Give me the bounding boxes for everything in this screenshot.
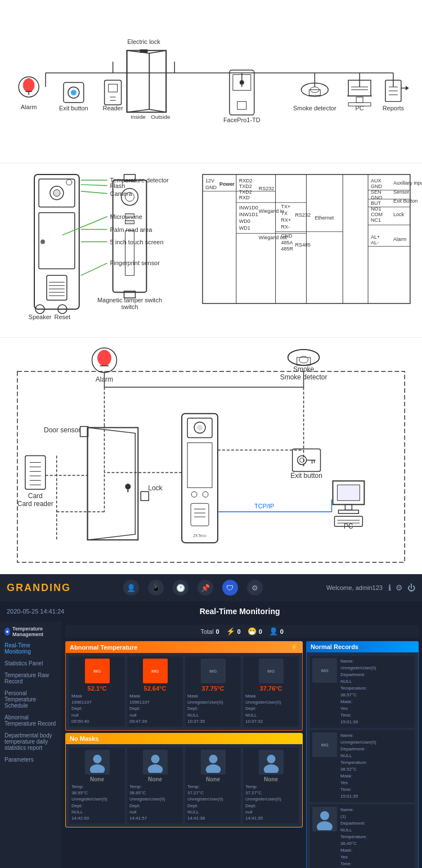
svg-point-50 [53, 190, 60, 196]
normal-thumb-2: IMG [312, 732, 337, 757]
nomask-info-3: Temp: 37.27°C UnregisterUser(0) Dept: NU… [187, 784, 239, 821]
page-title: Real-Time Monitoring [200, 607, 280, 616]
svg-text:PC: PC [344, 522, 353, 530]
software-ui: GRANDING 👤 📱 🕐 📌 🛡 ⚙ Welcome, admin123 ℹ… [0, 574, 422, 868]
nav-shield-icon[interactable]: 🛡 [222, 580, 238, 596]
nomask-card-3: None Temp: 37.27°C UnregisterUser(0) Dep… [185, 748, 241, 824]
nav-time-icon[interactable]: 🕐 [173, 580, 188, 596]
svg-point-29 [240, 80, 244, 85]
person-count: 0 [280, 628, 284, 635]
datetime-display: 2020-05-25 14:41:24 [7, 608, 64, 615]
normal-record-2: IMG Name: UnregisterUser(0) Department: … [310, 730, 415, 802]
svg-point-218 [209, 755, 217, 763]
nomask-thumb-2 [143, 750, 168, 775]
svg-text:AUX: AUX [371, 178, 381, 184]
person-icon: 👤 [269, 627, 278, 636]
svg-text:Inside: Inside [131, 114, 146, 120]
svg-text:Lock: Lock [148, 484, 162, 492]
nomask-info-1: Temp: 38.95°C UnregisterUser(0) Dept: NU… [71, 784, 123, 821]
abnormal-card-2: IMG 52.64°C Mask 19961107 Dept: null 09:… [127, 656, 183, 727]
total-stat: Total 0 [200, 628, 219, 635]
svg-point-216 [151, 755, 159, 763]
sidebar-dept-stats[interactable]: Departmental body temperature daily stat… [0, 730, 62, 754]
svg-point-217 [147, 764, 163, 773]
svg-text:COM: COM [371, 212, 383, 217]
svg-text:Reset: Reset [55, 314, 71, 320]
nav-pin-icon[interactable]: 📌 [197, 580, 213, 596]
nomask-thumb-4 [259, 750, 284, 775]
svg-rect-146 [102, 350, 106, 354]
temp-value-3: 37.75°C [202, 685, 225, 692]
normal-records-grid: IMG Name: UnregisterUser(0) Department: … [306, 652, 419, 868]
smoke-detector-label: Smoke detector [293, 105, 336, 111]
stats-row: Total 0 ⚡ 0 😷 0 👤 0 [65, 625, 419, 638]
nomask-card-4: None Temp: 37.27°C UnregisterUser(0) Dep… [243, 748, 299, 824]
svg-rect-0 [1, 0, 421, 163]
nav-info-icon[interactable]: ℹ [388, 583, 391, 592]
svg-text:Power: Power [219, 181, 235, 187]
svg-text:RX-: RX- [281, 224, 290, 230]
person-stat: 👤 0 [269, 627, 284, 636]
sidebar-section-header: ● Temperature Management [0, 624, 62, 639]
svg-text:GND: GND [205, 185, 217, 190]
svg-point-223 [317, 821, 333, 830]
svg-text:485A: 485A [281, 240, 293, 245]
sidebar-personal-temp[interactable]: Personal Temperature Schedule [0, 687, 62, 712]
svg-text:Fingerprint sensor: Fingerprint sensor [110, 259, 160, 266]
nav-right: Welcome, admin123 ℹ ⚙ ⏻ [315, 583, 415, 592]
svg-point-220 [267, 755, 275, 763]
svg-text:Exit button: Exit button [290, 472, 322, 480]
abnormal-icon: ⚡ [290, 643, 298, 651]
normal-record-1: IMG Name: UnregisterUser(0) Department: … [310, 656, 415, 728]
svg-point-222 [320, 811, 329, 820]
nav-gear-icon[interactable]: ⚙ [247, 580, 263, 596]
svg-text:Exit Button: Exit Button [393, 198, 417, 204]
total-count: 0 [216, 628, 219, 635]
reader-label: Reader [103, 105, 123, 111]
svg-text:485R: 485R [281, 246, 294, 252]
fire-icon: ⚡ [226, 627, 235, 636]
sidebar-dot: ● [5, 628, 10, 636]
svg-text:NC1: NC1 [371, 217, 381, 223]
person-thumb-2: IMG [143, 659, 168, 683]
svg-text:BUT: BUT [371, 200, 381, 206]
nav-mobile-icon[interactable]: 📱 [148, 580, 164, 596]
fire-count: 0 [237, 628, 241, 635]
svg-text:TX: TX [281, 211, 288, 216]
svg-text:ZKTeco: ZKTeco [193, 534, 206, 538]
main-content: ● Temperature Management Real-Time Monit… [0, 621, 422, 868]
sidebar-realtime[interactable]: Real-Time Monitoring [0, 639, 62, 657]
abnormal-card-3: IMG 37.75°C Mask UnregisterUser(0) Dept:… [185, 656, 241, 727]
nomask-card-grid: None Temp: 38.95°C UnregisterUser(0) Dep… [65, 744, 303, 827]
sidebar-params[interactable]: Parameters [0, 754, 62, 766]
abnormal-header: Abnormal Temperature ⚡ [65, 641, 303, 653]
fire-stat: ⚡ 0 [226, 627, 241, 636]
sidebar-raw-record[interactable]: Temperature Raw Record [0, 669, 62, 687]
nav-exit-icon[interactable]: ⏻ [407, 583, 415, 592]
svg-text:RS232: RS232 [259, 186, 274, 191]
svg-text:Outside: Outside [151, 114, 170, 120]
nav-settings-icon[interactable]: ⚙ [396, 583, 403, 592]
normal-thumb-3 [312, 807, 337, 831]
sidebar-statistics[interactable]: Statistics Panel [0, 657, 62, 669]
sidebar: ● Temperature Management Real-Time Monit… [0, 621, 62, 868]
svg-text:GNO: GNO [371, 195, 382, 200]
temp-value-4: 37.76°C [260, 685, 282, 692]
svg-text:Lock: Lock [393, 212, 404, 217]
temp-value-1: 52.1°C [88, 685, 107, 692]
total-label: Total [200, 628, 213, 635]
svg-text:Door sensor: Door sensor [44, 426, 80, 434]
sub-navigation: 2020-05-25 14:41:24 Real-Time Monitoring [0, 601, 422, 621]
svg-text:NO1: NO1 [371, 206, 381, 212]
right-column: Normal Records IMG Name: UnregisterUser(… [306, 641, 419, 861]
nav-user-icon[interactable]: 👤 [123, 580, 139, 596]
person-info-4: Mask UnregisterUser(0) Dept: NULL 10:37:… [245, 693, 297, 724]
reports-label: Reports [383, 105, 405, 111]
svg-text:RX+: RX+ [281, 217, 291, 223]
svg-text:INW1D1: INW1D1 [239, 212, 258, 217]
svg-text:GND: GND [281, 233, 293, 239]
sidebar-abnormal[interactable]: Abnormal Temperature Record [0, 712, 62, 730]
svg-text:RXD2: RXD2 [239, 178, 253, 184]
nav-icons: 👤 📱 🕐 📌 🛡 ⚙ [123, 580, 263, 596]
svg-point-221 [263, 764, 279, 773]
